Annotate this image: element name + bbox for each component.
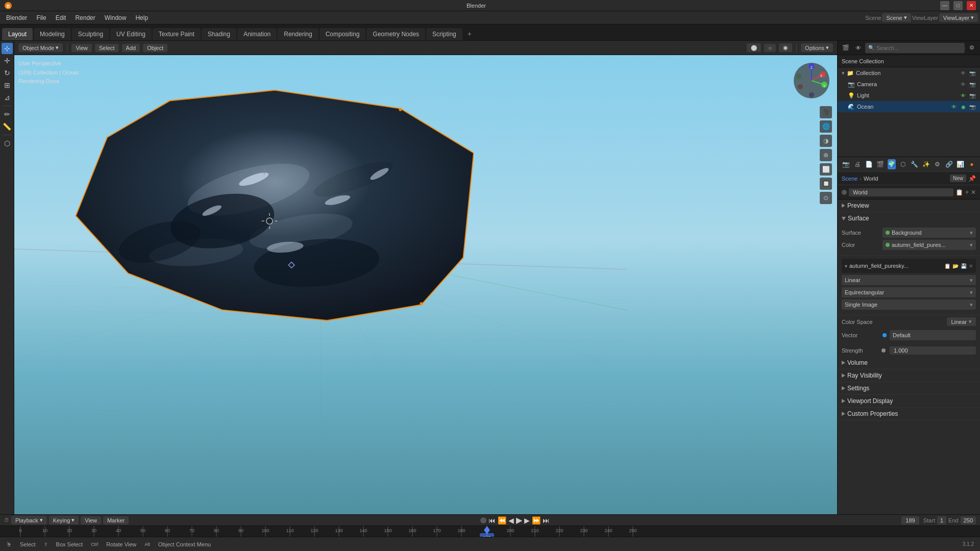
outliner-item-collection[interactable]: ▾ 📁 Collection 👁 📷 — [838, 67, 980, 79]
menu-edit[interactable]: Edit — [52, 13, 70, 22]
current-frame[interactable]: 189 — [901, 516, 919, 524]
viewport-shading-rendered[interactable]: ◉ — [779, 43, 792, 52]
rp-icon-view[interactable]: 👁 — [853, 43, 863, 53]
camera-render-icon[interactable]: 📷 — [969, 81, 976, 88]
menu-blender[interactable]: Blender — [2, 13, 31, 22]
mapping-dropdown[interactable]: Equirectangular ▾ — [842, 287, 976, 297]
menu-help[interactable]: Help — [131, 13, 152, 22]
tab-layout[interactable]: Layout — [2, 28, 33, 40]
prev-keyframe-btn[interactable]: ⏪ — [498, 516, 506, 524]
tab-modeling[interactable]: Modeling — [34, 28, 71, 40]
rp-icon-scene[interactable]: 🎬 — [841, 43, 851, 53]
source-dropdown[interactable]: Single Image ▾ — [842, 299, 976, 310]
color-space-dropdown[interactable]: Linear ▾ — [947, 317, 976, 326]
img-tex-copy-icon[interactable]: 📋 — [944, 263, 950, 269]
minimize-button[interactable]: — — [940, 1, 949, 10]
render-btn[interactable]: 🌐 — [820, 120, 832, 133]
viewport-shading-material[interactable]: ○ — [764, 44, 776, 52]
view-menu-timeline[interactable]: View — [81, 516, 101, 524]
next-frame-btn[interactable]: ▶ — [524, 516, 530, 524]
props-world-icon[interactable]: 🌍 — [888, 159, 896, 169]
light-render-icon[interactable]: 📷 — [969, 92, 976, 99]
end-frame[interactable]: 250 — [961, 516, 976, 524]
scene-selector[interactable]: Scene ▾ — [882, 13, 911, 22]
add-workspace-button[interactable]: + — [463, 27, 476, 40]
tab-animation[interactable]: Animation — [237, 28, 277, 40]
outliner-item-camera[interactable]: 📷 Camera 👁 📷 — [838, 79, 980, 90]
light-eye-icon[interactable]: 👁 — [960, 92, 967, 99]
props-material-icon[interactable]: ● — [968, 159, 976, 169]
menu-render[interactable]: Render — [71, 13, 99, 22]
tool-add-cube[interactable]: ⬡ — [2, 138, 13, 149]
props-render-icon[interactable]: 📷 — [842, 159, 850, 169]
tab-shading[interactable]: Shading — [202, 28, 236, 40]
outliner-item-light[interactable]: 💡 Light 👁 📷 — [838, 90, 980, 101]
marker-menu[interactable]: Marker — [103, 516, 129, 524]
props-viewlayer-icon[interactable]: 📄 — [865, 159, 873, 169]
start-frame[interactable]: 1 — [937, 516, 946, 524]
img-tex-save-icon[interactable]: 💾 — [961, 263, 967, 269]
maximize-button[interactable]: □ — [953, 1, 963, 10]
tab-compositing[interactable]: Compositing — [320, 28, 366, 40]
projection-dropdown[interactable]: Linear ▾ — [842, 275, 976, 285]
props-constraints-icon[interactable]: 🔗 — [945, 159, 953, 169]
tool-annotate[interactable]: ✏ — [2, 109, 13, 120]
tool-rotate[interactable]: ↻ — [2, 67, 13, 79]
surface-section-header[interactable]: Surface — [838, 212, 980, 224]
tool-cursor[interactable]: ⊹ — [2, 43, 13, 54]
world-name[interactable]: World — [849, 188, 953, 196]
props-data-icon[interactable]: 📊 — [956, 159, 964, 169]
ray-visibility-header[interactable]: Ray Visibility — [838, 369, 980, 382]
new-world-btn[interactable]: New — [950, 174, 966, 182]
jump-to-end-btn[interactable]: ⏭ — [543, 516, 550, 524]
outliner-item-ocean[interactable]: 🌊 Ocean 👁 ◉ 📷 — [838, 101, 980, 112]
jump-to-start-btn[interactable]: ⏮ — [488, 516, 496, 524]
play-btn[interactable]: ▶ — [516, 515, 522, 525]
img-tex-delete-icon[interactable]: ✕ — [969, 263, 973, 269]
tab-scripting[interactable]: Scripting — [426, 28, 462, 40]
bc-scene[interactable]: Scene — [842, 176, 857, 182]
camera-eye-icon[interactable]: 👁 — [960, 81, 967, 88]
mode-selector[interactable]: Object Mode ▾ — [18, 43, 63, 52]
collection-eye-icon[interactable]: 👁 — [960, 69, 967, 77]
keying-menu[interactable]: Keying ▾ — [49, 516, 79, 524]
volume-section-header[interactable]: Volume — [838, 357, 980, 369]
timeline-content[interactable]: 0 10 20 30 40 50 60 70 80 90 100 110 — [0, 526, 980, 537]
shading-btn[interactable]: ◑ — [820, 135, 832, 147]
props-output-icon[interactable]: 🖨 — [853, 159, 861, 169]
tab-texture-paint[interactable]: Texture Paint — [153, 28, 201, 40]
tab-uv-editing[interactable]: UV Editing — [110, 28, 152, 40]
world-new-btn[interactable]: + — [965, 189, 969, 196]
props-modifier-icon[interactable]: 🔧 — [911, 159, 919, 169]
props-physics-icon[interactable]: ⚙ — [933, 159, 941, 169]
preview-section-header[interactable]: Preview — [838, 199, 980, 212]
xray-btn[interactable]: ⬜ — [820, 163, 832, 176]
audio-btn[interactable] — [480, 517, 486, 523]
snapping-btn[interactable]: 🔲 — [820, 178, 832, 190]
close-button[interactable]: ✕ — [967, 1, 976, 10]
tool-measure[interactable]: 📏 — [2, 121, 13, 132]
options-btn[interactable]: Options ▾ — [801, 43, 833, 52]
ocean-vis-icon[interactable]: ◉ — [960, 103, 967, 110]
select-menu[interactable]: Select — [95, 44, 119, 52]
add-menu[interactable]: Add — [122, 44, 140, 52]
color-dropdown[interactable]: autumn_field_pures... ▾ — [883, 240, 976, 250]
overlay-btn[interactable]: ⊕ — [820, 149, 832, 161]
tab-sculpting[interactable]: Sculpting — [72, 28, 109, 40]
camera-view-btn[interactable]: 🎥 — [820, 106, 832, 118]
world-delete-btn[interactable]: ✕ — [971, 189, 976, 196]
img-tex-browse-icon[interactable]: 📂 — [952, 263, 959, 269]
view-menu[interactable]: View — [71, 44, 92, 52]
proportional-btn[interactable]: ⊙ — [820, 192, 832, 204]
menu-window[interactable]: Window — [101, 13, 131, 22]
settings-section-header[interactable]: Settings — [838, 382, 980, 394]
viewport-shading-solid[interactable]: ⬤ — [747, 43, 761, 52]
search-input[interactable] — [876, 45, 962, 51]
strength-value[interactable]: 1.000 — [890, 346, 976, 355]
next-keyframe-btn[interactable]: ⏩ — [532, 516, 541, 524]
right-panel-search[interactable]: 🔍 — [865, 43, 965, 53]
ocean-eye-icon[interactable]: 👁 — [950, 103, 958, 110]
surface-type-dropdown[interactable]: Background ▾ — [883, 228, 976, 238]
viewlayer-selector[interactable]: ViewLayer ▾ — [939, 13, 978, 22]
ocean-render-icon[interactable]: 📷 — [969, 103, 976, 110]
